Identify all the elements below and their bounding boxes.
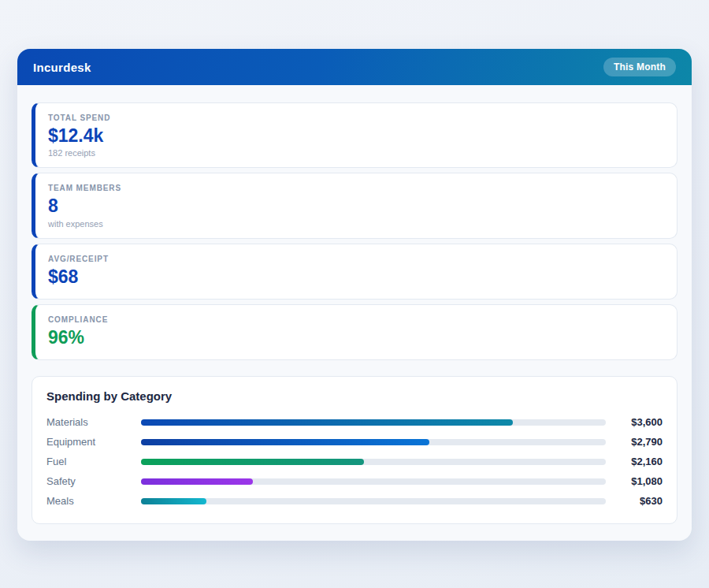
spending-card-title: Spending by Category bbox=[46, 389, 663, 403]
category-value: $630 bbox=[606, 495, 663, 507]
category-bar-track bbox=[141, 498, 606, 504]
stat-label: COMPLIANCE bbox=[48, 315, 664, 324]
stat-value: $12.4k bbox=[48, 126, 664, 146]
dashboard-content: TOTAL SPEND $12.4k 182 receipts TEAM MEM… bbox=[17, 85, 692, 524]
app-title: Incurdesk bbox=[33, 61, 91, 74]
category-bar-fill bbox=[141, 498, 206, 504]
category-value: $2,160 bbox=[606, 456, 663, 467]
category-label: Fuel bbox=[46, 456, 141, 467]
category-bar-track bbox=[141, 459, 606, 465]
stat-label: AVG/RECEIPT bbox=[48, 255, 664, 263]
category-row: Fuel$2,160 bbox=[46, 452, 663, 471]
category-label: Materials bbox=[46, 416, 141, 428]
app-header: Incurdesk This Month bbox=[17, 49, 692, 85]
category-bar-list: Materials$3,600Equipment$2,790Fuel$2,160… bbox=[46, 412, 663, 511]
stat-value: 96% bbox=[48, 328, 664, 348]
category-value: $2,790 bbox=[606, 436, 663, 448]
stat-card-compliance: COMPLIANCE 96% bbox=[32, 304, 677, 360]
category-bar-track bbox=[141, 419, 606, 426]
stat-card-team-members: TEAM MEMBERS 8 with expenses bbox=[32, 173, 677, 238]
stat-value: $68 bbox=[48, 267, 664, 287]
category-bar-fill bbox=[141, 478, 253, 485]
stat-card-avg-receipt: AVG/RECEIPT $68 bbox=[32, 244, 677, 300]
category-label: Meals bbox=[46, 495, 141, 507]
period-badge[interactable]: This Month bbox=[603, 58, 676, 76]
stat-subtext: with expenses bbox=[48, 219, 664, 229]
stat-value: 8 bbox=[48, 196, 664, 216]
category-row: Safety$1,080 bbox=[46, 471, 663, 491]
category-value: $3,600 bbox=[606, 416, 663, 428]
stat-subtext: 182 receipts bbox=[48, 148, 664, 158]
category-label: Safety bbox=[46, 475, 141, 487]
category-label: Equipment bbox=[46, 436, 141, 448]
dashboard-panel: Incurdesk This Month TOTAL SPEND $12.4k … bbox=[17, 49, 692, 541]
category-bar-track bbox=[141, 439, 606, 445]
spending-by-category-card: Spending by Category Materials$3,600Equi… bbox=[32, 376, 677, 524]
category-row: Equipment$2,790 bbox=[46, 432, 663, 452]
category-row: Materials$3,600 bbox=[46, 412, 663, 432]
stat-label: TOTAL SPEND bbox=[48, 114, 664, 122]
category-bar-fill bbox=[141, 459, 364, 465]
category-value: $1,080 bbox=[606, 475, 663, 487]
stat-label: TEAM MEMBERS bbox=[48, 184, 664, 192]
category-bar-track bbox=[141, 478, 606, 485]
category-bar-fill bbox=[141, 439, 429, 445]
category-row: Meals$630 bbox=[46, 491, 663, 511]
stat-card-total-spend: TOTAL SPEND $12.4k 182 receipts bbox=[32, 102, 677, 168]
category-bar-fill bbox=[141, 419, 513, 426]
